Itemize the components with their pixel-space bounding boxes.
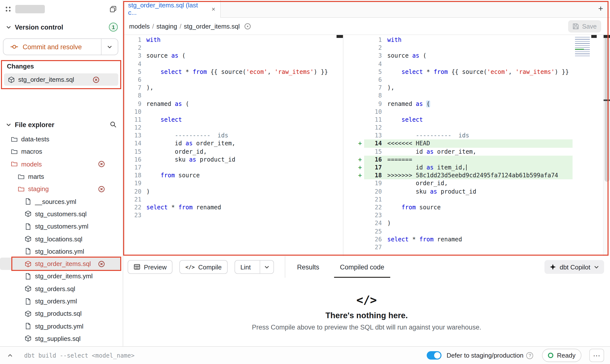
line-number: 19	[364, 180, 382, 187]
ready-status-button[interactable]: Ready	[542, 349, 581, 362]
line-number: 1	[364, 36, 382, 44]
tree-item-stg_locations.sql[interactable]: stg_locations.sql	[0, 233, 123, 245]
version-control-header[interactable]: Version control 1	[0, 21, 123, 33]
lint-dropdown-button[interactable]	[260, 261, 273, 273]
minimap[interactable]	[575, 37, 590, 58]
commit-icon	[10, 43, 18, 50]
tree-item-label: __sources.yml	[35, 198, 76, 205]
line-number: 23	[123, 211, 146, 219]
code-line: 10	[123, 108, 343, 116]
close-icon[interactable]: ×	[212, 5, 215, 13]
diff-editor[interactable]: 1with23source as (45 select * from {{ so…	[123, 35, 610, 256]
line-number: 16	[364, 156, 382, 164]
search-icon[interactable]	[110, 121, 117, 128]
dbt-copilot-button[interactable]: dbt Copilot	[544, 260, 604, 274]
commit-and-resolve-button[interactable]: Commit and resolve	[3, 39, 101, 55]
line-number: 3	[123, 52, 146, 60]
breadcrumb-item[interactable]: models	[129, 22, 150, 30]
diff-added-marker	[358, 211, 364, 219]
doc-icon	[25, 223, 32, 230]
diff-added-marker	[358, 187, 364, 195]
changes-item-stg_order_items.sql[interactable]: stg_order_items.sql	[4, 73, 118, 86]
modified-x-icon	[98, 161, 105, 167]
tree-item-label: stg_locations.sql	[35, 235, 82, 243]
copy-icon[interactable]	[109, 5, 117, 13]
model-icon	[25, 335, 32, 342]
preview-button[interactable]: Preview	[128, 260, 173, 274]
breadcrumb-item[interactable]: stg_order_items.sql	[184, 22, 240, 30]
tree-item-staging[interactable]: staging	[0, 183, 123, 195]
chevron-up-icon[interactable]	[7, 352, 13, 359]
line-number: 1	[123, 36, 146, 44]
doc-icon	[25, 298, 32, 305]
defer-toggle[interactable]	[427, 351, 442, 360]
command-input[interactable]: dbt build --select <model_name>	[24, 352, 135, 359]
code-line: 2	[343, 44, 610, 52]
tree-item-stg_locations.yml[interactable]: stg_locations.yml	[0, 245, 123, 258]
tree-item-marts[interactable]: marts	[0, 170, 123, 183]
diff-added-marker	[358, 235, 364, 243]
more-options-button[interactable]: ⋯	[589, 349, 604, 362]
app-menu-icon[interactable]	[5, 6, 11, 12]
code-line: 13 ---------- ids	[343, 132, 610, 140]
table-icon	[134, 264, 140, 270]
commit-dropdown-button[interactable]	[101, 39, 118, 55]
diff-added-marker	[358, 108, 364, 116]
defer-label: Defer to staging/production	[447, 352, 524, 359]
line-number: 2	[123, 44, 146, 52]
diff-added-marker: +	[358, 156, 364, 164]
revert-x-icon[interactable]	[93, 76, 100, 83]
tree-item-models[interactable]: models	[0, 158, 123, 170]
tree-item-data-tests[interactable]: data-tests	[0, 133, 123, 146]
line-number: 5	[364, 68, 382, 76]
line-number: 15	[364, 148, 382, 155]
scrollbar-thumb[interactable]	[605, 36, 610, 182]
doc-icon	[25, 248, 32, 255]
lint-button[interactable]: Lint	[235, 263, 256, 271]
tab-results[interactable]: Results	[297, 256, 319, 278]
file-explorer-header[interactable]: File explorer	[0, 119, 123, 131]
code-line: 6	[123, 76, 343, 84]
tree-item-stg_customers.sql[interactable]: stg_customers.sql	[0, 208, 123, 220]
file-explorer-label: File explorer	[15, 121, 54, 128]
save-button[interactable]: Save	[568, 20, 601, 32]
tree-item-label: stg_order_items.yml	[35, 273, 93, 280]
line-number: 6	[123, 76, 146, 84]
diff-left-pane[interactable]: 1with23source as (45 select * from {{ so…	[123, 35, 343, 256]
diff-right-pane[interactable]: 1with23source as (45 select * from {{ so…	[343, 35, 610, 256]
line-number: 23	[364, 211, 382, 219]
tree-item-macros[interactable]: macros	[0, 146, 123, 158]
line-number: 12	[123, 124, 146, 132]
tree-item-stg_products.yml[interactable]: stg_products.yml	[0, 320, 123, 332]
code-line: 19 order_id,	[343, 180, 610, 187]
tree-item-stg_order_items.yml[interactable]: stg_order_items.yml	[0, 270, 123, 283]
help-icon[interactable]: ?	[526, 352, 533, 359]
new-tab-button[interactable]: +	[598, 4, 603, 13]
tree-item-stg_customers.yml[interactable]: stg_customers.yml	[0, 220, 123, 233]
tree-item-stg_order_items.sql[interactable]: stg_order_items.sql	[0, 258, 121, 270]
line-number: 11	[123, 116, 146, 124]
breadcrumb-item[interactable]: staging	[156, 22, 177, 30]
modified-x-icon	[98, 186, 105, 193]
editor-scrollbar[interactable]	[603, 35, 610, 256]
tree-item-label: stg_supplies.sql	[35, 335, 81, 342]
doc-icon	[25, 198, 32, 205]
line-number: 8	[123, 92, 146, 100]
code-line: +16=======	[343, 156, 610, 164]
diff-added-marker	[358, 36, 364, 44]
compiled-code-empty-state: </> There's nothing here. Press Compile …	[123, 278, 610, 346]
tree-item-stg_orders.sql[interactable]: stg_orders.sql	[0, 282, 123, 295]
code-icon: </>	[186, 264, 195, 270]
tab-compiled-code[interactable]: Compiled code	[340, 256, 384, 278]
tree-item-stg_orders.yml[interactable]: stg_orders.yml	[0, 295, 123, 308]
scroll-position-marker	[604, 99, 610, 101]
tree-item-__sources.yml[interactable]: __sources.yml	[0, 195, 123, 208]
code-line: 7),	[123, 84, 343, 92]
tree-item-stg_supplies.sql[interactable]: stg_supplies.sql	[0, 332, 123, 345]
code-line: 23	[343, 211, 610, 219]
code-line: 13 ---------- ids	[123, 132, 343, 140]
tab-title: stg_order_items.sql (last c...	[128, 1, 208, 16]
tab-stg-order-items[interactable]: stg_order_items.sql (last c... ×	[123, 0, 221, 18]
compile-button[interactable]: </> Compile	[180, 260, 228, 274]
tree-item-stg_products.sql[interactable]: stg_products.sql	[0, 307, 123, 320]
